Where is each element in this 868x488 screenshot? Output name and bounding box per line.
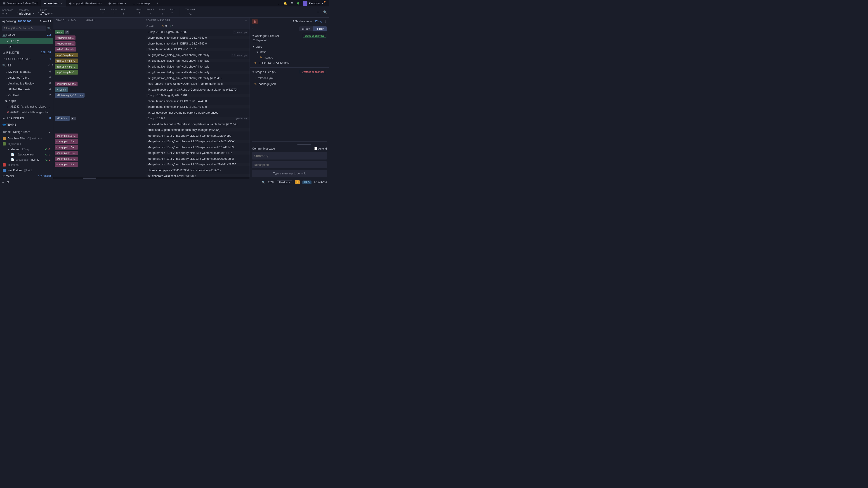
feedback-button[interactable]: Feedback [277,180,292,184]
all-prs[interactable]: ⌄ All Pull Requests4 [0,86,53,92]
filter-input[interactable] [2,26,46,31]
sort-icon[interactable]: ↕ [252,27,254,31]
commit-row[interactable]: cherry-pick/13-x...Merge branch '13-x-y'… [53,139,250,144]
file-package[interactable]: ✎package.json [250,81,329,87]
amend-checkbox[interactable]: Amend [314,147,327,150]
commit-row[interactable]: cherry-pick/13-x...Merge branch '13-x-y'… [53,150,250,156]
tab-support[interactable]: ◆ support.gitkraken.com [66,0,105,6]
scroll-thumb[interactable] [83,177,96,179]
commit-row[interactable]: cherry-pick/13-x...Merge branch '13-x-y'… [53,162,250,168]
origin-item[interactable]: ◉origin [0,98,53,104]
file-electron-version[interactable]: ✎ELECTRON_VERSION [250,60,329,66]
gear-icon[interactable]: ⚙ [291,2,293,5]
commit-row[interactable]: roller/node/mainchore: bump node in DEPS… [53,46,250,53]
commit-row[interactable]: chore: bump chromium in DEPS to 98.0.474… [53,98,250,104]
changed-file[interactable]: 📄spec/static/main.js+1 -1 [0,157,53,162]
summary-input[interactable] [252,152,327,160]
remote-section[interactable]: ☁ REMOTE 188/188 [0,49,53,56]
jira-section[interactable]: ◈ JIRA ISSUES0 [0,115,53,121]
commit-row[interactable]: chore: cherry-pick a5f54612590d from chr… [53,167,250,173]
branch-pill[interactable]: v13.6.3🏷 [55,116,70,121]
commit-row[interactable]: cherry-pick/13-x...Merge branch '13-x-y'… [53,144,250,150]
pr-item-1[interactable]: ✓#32082 fix: gtk_native_dialog_ru... [0,104,53,109]
commit-row[interactable]: roller/chromiu...chore: bump chromium in… [53,41,250,46]
folder-static[interactable]: ▾static [250,49,329,55]
team-member[interactable]: @jsilvafour [0,141,53,147]
commit-row[interactable]: v13.6.3🏷+1Bump v13.6.3yesterday [53,116,250,122]
resizer[interactable] [252,141,327,142]
file-mainjs[interactable]: ✎main.js [250,55,329,60]
branch-pill[interactable]: cherry-pick/13-x... [55,157,78,161]
branch-pill[interactable]: child-window-pr... [55,82,78,86]
download-icon[interactable]: ⭳ [324,20,327,23]
branch-pill[interactable]: cherry-pick/13-x... [55,139,78,144]
commit-row[interactable]: cherry-pick/13-x...Merge branch '13-x-y'… [53,133,250,139]
member-repo[interactable]: ⑂electron 17-x-y+2 -2 [0,147,53,152]
team-member[interactable]: Jonathan Silva@jonathans [0,136,53,141]
list-icon[interactable]: ≡ [2,181,4,184]
discard-button[interactable]: 🗑 [252,19,258,24]
file-mkdocs[interactable]: +mkdocs.yml [250,75,329,81]
branch-pill[interactable]: cherry-pick/13-x... [55,133,78,138]
branch-pill[interactable]: cherry-pick/13-x... [55,145,78,150]
search-icon[interactable]: 🔍 [323,10,327,14]
commit-row[interactable]: cherry-pick/13-x...Merge branch '13-x-y'… [53,156,250,162]
awaiting-review[interactable]: ⌄ Awaiting My Review0 [0,80,53,86]
folder-spec[interactable]: ▾spec [250,44,329,49]
commit-row[interactable]: v18.0.0-nightly.202...🏷Bump v18.0.0-nigh… [53,93,250,98]
workspace-selector[interactable]: + ▾ [2,11,7,15]
workspace-tab[interactable]: ⊞ Workspace / Malo Mart [0,0,41,6]
unstaged-header[interactable]: ▾ Unstaged Files (2) Stage all changes [250,33,329,39]
amend-input[interactable] [314,147,317,150]
close-icon[interactable]: ✕ [60,2,63,5]
branch-pill[interactable]: roller/chromiu... [55,35,75,40]
collapse-all-button[interactable]: Collapse All [250,39,329,44]
zoom-icon[interactable]: 🔍 [262,181,265,184]
pr-search-input[interactable] [7,63,46,68]
pr-item-2[interactable]: ✕#28288 build: add boringssl hea... [0,109,53,115]
branch-pill[interactable]: trop/16-x-y-bp-fi... [55,53,78,57]
sliders-icon[interactable]: ⚌ [316,10,319,14]
commit-row[interactable]: chore: bump chromium in DEPS to 98.0.474… [53,104,250,110]
stage-all-button[interactable]: Stage all changes [303,34,327,38]
team-member[interactable]: @kraken8 [0,162,53,168]
terminal-button[interactable]: Terminal›_ [185,8,195,16]
tree-view-button[interactable]: ⊟Tree [313,26,327,31]
branch-pill[interactable]: trop/14-x-y-bp-fi... [55,70,78,74]
team-selector[interactable]: Team: Design Team ⌄ [0,128,53,136]
horizontal-scrollbar[interactable] [53,177,250,179]
flash-icon[interactable]: ⚡ [295,180,300,184]
commit-row[interactable]: trop/17-x-y-bp-fi...fix: gtk_native_dial… [53,58,250,64]
push-button[interactable]: Push⭱ [136,8,142,16]
back-icon[interactable]: ◀ [2,20,4,23]
resizer[interactable] [250,67,329,68]
commit-row[interactable]: fix: window.open not overriding parent's… [53,110,250,116]
chevron-down-icon[interactable]: ⌄ [277,2,280,5]
commit-row[interactable]: trop/14-x-y-bp-fi...fix: gtk_native_dial… [53,70,250,75]
commit-row[interactable]: build: add CI path-filtering for docs-on… [53,127,250,133]
pro-badge[interactable]: PRO [303,181,311,184]
redo-button[interactable]: Redo↷ [111,8,117,16]
staged-header[interactable]: ▾ Staged Files (2) Unstage all changes [250,69,329,75]
my-prs[interactable]: ⌄ My Pull Requests0 [0,69,53,74]
clear-icon[interactable]: ✕ [48,64,50,67]
branch-item-main[interactable]: main [0,43,53,49]
tab-electron[interactable]: ◆ electron ✕ [41,0,66,6]
bell-icon[interactable]: 🔔 [283,2,287,5]
on-hold[interactable]: ⌄ On Hold2 [0,92,53,98]
profile-menu[interactable]: Personal ▾ [303,1,327,6]
repository-selector[interactable]: electron ▾ [19,11,34,15]
pull-requests-section[interactable]: ⑂ PULL REQUESTS 4 [0,56,53,62]
new-tab-button[interactable]: + [153,0,162,6]
branch-pill[interactable]: ✓17-x-y [55,88,68,92]
tab-vscode-qa-2[interactable]: ›_ vscode-qa [129,0,154,6]
branch-selector[interactable]: 17-x-y ▾ [40,11,53,15]
tab-vscode-qa-1[interactable]: ◆ vscode-qa [105,0,129,6]
changed-file[interactable]: 📄./package.json+1 -1 [0,152,53,157]
undo-button[interactable]: Undo↶ [100,8,106,16]
tags-section[interactable]: 🏷 TAGS1610/1610 [0,173,53,179]
branch-pill[interactable]: main [55,30,64,34]
branch-button[interactable]: Branch⑂ [147,8,155,16]
stash-button[interactable]: Stash⭳ [159,8,165,16]
pop-button[interactable]: Pop⭱ [170,8,175,16]
